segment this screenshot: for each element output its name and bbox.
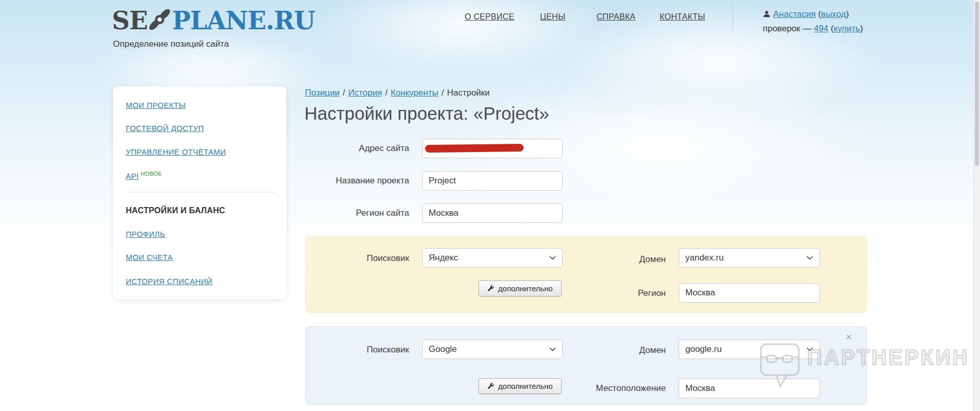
site-region-label: Регион сайта bbox=[305, 208, 409, 218]
paren: ) bbox=[846, 9, 849, 19]
sidebar-item-charge-history[interactable]: ИСТОРИЯ СПИСАНИЙ bbox=[126, 277, 213, 286]
new-badge: НОВОЕ bbox=[141, 171, 162, 177]
sidebar-item-api-wrap: APIНОВОЕ bbox=[126, 171, 162, 180]
nav-link-help[interactable]: СПРАВКА bbox=[597, 12, 636, 22]
scrollbar[interactable] bbox=[973, 0, 980, 411]
sidebar-item-my-projects[interactable]: МОИ ПРОЕКТЫ bbox=[126, 101, 186, 109]
user-name-link[interactable]: Анастасия bbox=[773, 9, 816, 19]
breadcrumb-separator: / bbox=[385, 88, 388, 98]
google-domain-value: google.ru bbox=[685, 344, 722, 354]
search-engine-label: Поисковик bbox=[305, 253, 409, 264]
chevron-down-icon bbox=[549, 347, 556, 351]
buy-link[interactable]: купить bbox=[834, 24, 860, 33]
wrench-icon bbox=[487, 383, 494, 390]
extra-settings-button[interactable]: дополнительно bbox=[478, 281, 562, 296]
page: SEPLANE.RU Определение позиций сайта О С… bbox=[0, 0, 980, 411]
paren: ) bbox=[860, 24, 863, 33]
logo[interactable]: SEPLANE.RU bbox=[112, 6, 315, 35]
watermark-bubble-glasses-icon bbox=[759, 342, 802, 393]
propeller-icon bbox=[147, 6, 172, 35]
sidebar: МОИ ПРОЕКТЫ ГОСТЕВОЙ ДОСТУП УПРАВЛЕНИЕ О… bbox=[113, 86, 286, 300]
sidebar-item-my-accounts[interactable]: МОИ СЧЕТА bbox=[126, 253, 173, 261]
person-silhouette-icon bbox=[763, 9, 771, 22]
breadcrumb: Позиции/История/Конкуренты/Настройки bbox=[305, 88, 490, 98]
checks-line: проверок — 494 (купить) bbox=[763, 22, 863, 35]
chevron-down-icon bbox=[549, 256, 556, 260]
nav-link-prices[interactable]: ЦЕНЫ bbox=[540, 12, 565, 22]
domain-value: yandex.ru bbox=[685, 253, 724, 263]
google-engine-select[interactable]: Google bbox=[422, 340, 563, 359]
sidebar-section-heading: НАСТРОЙКИ И БАЛАНС bbox=[126, 206, 225, 215]
chevron-down-icon bbox=[806, 256, 813, 260]
wrench-icon bbox=[487, 285, 494, 292]
domain-label: Домен bbox=[565, 254, 666, 265]
search-engine-value: Яндекс bbox=[429, 253, 458, 263]
breadcrumb-separator: / bbox=[343, 88, 345, 98]
project-name-label: Название проекта bbox=[305, 176, 409, 186]
sidebar-item-guest-access[interactable]: ГОСТЕВОЙ ДОСТУП bbox=[126, 124, 204, 133]
extra-settings-label: дополнительно bbox=[498, 382, 552, 390]
redaction-bar bbox=[425, 144, 524, 153]
search-engine-select[interactable]: Яндекс bbox=[422, 248, 563, 268]
paren: ( bbox=[829, 24, 834, 33]
logo-tagline: Определение позиций сайта bbox=[113, 39, 229, 49]
google-extra-settings-button[interactable]: дополнительно bbox=[478, 378, 562, 394]
google-engine-value: Google bbox=[429, 344, 457, 354]
user-line: Анастасия (выход) bbox=[763, 8, 863, 22]
checks-label: проверок — bbox=[763, 24, 814, 33]
logout-link[interactable]: выход bbox=[821, 9, 846, 19]
search-engine-label-google: Поисковик bbox=[305, 345, 409, 355]
breadcrumb-separator: / bbox=[441, 88, 444, 98]
logo-text-plane: PLANE.RU bbox=[172, 6, 315, 35]
site-region-field[interactable] bbox=[422, 203, 563, 223]
nav-link-contacts[interactable]: КОНТАКТЫ bbox=[660, 12, 705, 22]
checks-count-link[interactable]: 494 bbox=[814, 24, 828, 33]
scrollbar-thumb[interactable] bbox=[975, 2, 979, 166]
sidebar-divider bbox=[126, 192, 275, 193]
project-name-field[interactable] bbox=[422, 171, 563, 191]
breadcrumb-current: Настройки bbox=[447, 88, 490, 98]
nav-link-about[interactable]: О СЕРВИСЕ bbox=[465, 12, 514, 22]
location-label: Местоположение bbox=[565, 383, 666, 394]
site-address-label: Адрес сайта bbox=[305, 143, 409, 154]
domain-select[interactable]: yandex.ru bbox=[679, 248, 820, 268]
region-label: Регион bbox=[565, 288, 666, 298]
cloud-shape bbox=[318, 0, 606, 72]
breadcrumb-link-history[interactable]: История bbox=[348, 88, 382, 98]
logo-text-se: SE bbox=[112, 6, 147, 35]
google-domain-label: Домен bbox=[565, 345, 666, 356]
breadcrumb-link-competitors[interactable]: Конкуренты bbox=[391, 88, 438, 98]
sidebar-item-report-management[interactable]: УПРАВЛЕНИЕ ОТЧЁТАМИ bbox=[126, 147, 226, 156]
region-field[interactable] bbox=[679, 283, 820, 303]
sidebar-item-api[interactable]: API bbox=[126, 172, 139, 180]
extra-settings-label: дополнительно bbox=[498, 284, 552, 293]
user-box: Анастасия (выход) проверок — 494 (купить… bbox=[763, 8, 863, 35]
close-icon[interactable]: × bbox=[846, 332, 852, 343]
breadcrumb-link-positions[interactable]: Позиции bbox=[305, 88, 340, 98]
header-divider bbox=[733, 4, 733, 32]
watermark-text: ПАРТНЕРКИН bbox=[807, 345, 969, 370]
page-title: Настройки проекта: «Project» bbox=[304, 103, 549, 124]
sidebar-item-profile[interactable]: ПРОФИЛЬ bbox=[126, 230, 165, 238]
